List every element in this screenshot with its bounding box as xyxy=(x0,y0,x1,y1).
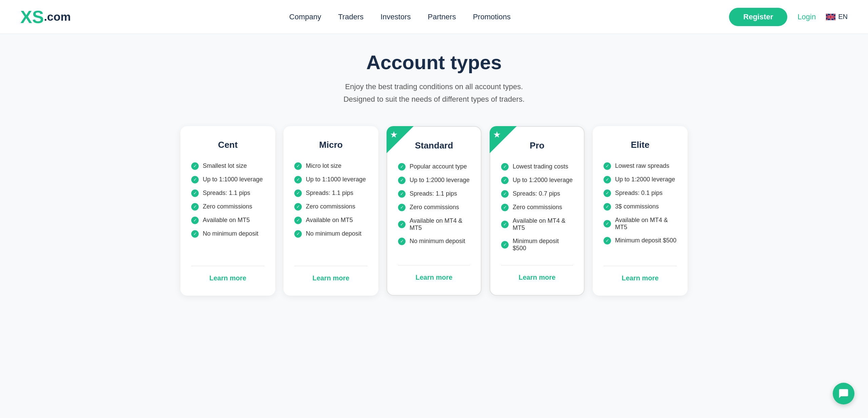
lang-label: EN xyxy=(838,13,848,21)
list-item: ✓ Spreads: 1.1 pips xyxy=(294,190,368,197)
list-item: ✓ Lowest raw spreads xyxy=(604,162,677,170)
check-icon: ✓ xyxy=(501,241,509,248)
learn-more-standard[interactable]: Learn more xyxy=(398,274,470,281)
card-standard-features: ✓ Popular account type ✓ Up to 1:2000 le… xyxy=(398,163,470,254)
page-title: Account types xyxy=(20,51,848,74)
nav-promotions[interactable]: Promotions xyxy=(473,13,511,21)
card-standard: ★ Standard ✓ Popular account type ✓ Up t… xyxy=(387,126,481,296)
check-icon: ✓ xyxy=(294,176,302,183)
check-icon: ✓ xyxy=(398,190,406,198)
header-right: Register Login EN xyxy=(729,8,848,26)
check-icon: ✓ xyxy=(294,162,302,170)
list-item: ✓ Zero commissions xyxy=(294,203,368,211)
card-elite-title: Elite xyxy=(604,140,677,150)
list-item: ✓ 3$ commissions xyxy=(604,203,677,211)
check-icon: ✓ xyxy=(294,190,302,197)
check-icon: ✓ xyxy=(191,162,199,170)
card-elite: Elite ✓ Lowest raw spreads ✓ Up to 1:200… xyxy=(593,126,688,296)
check-icon: ✓ xyxy=(294,203,302,211)
check-icon: ✓ xyxy=(398,238,406,245)
learn-more-pro[interactable]: Learn more xyxy=(501,274,573,281)
card-micro-features: ✓ Micro lot size ✓ Up to 1:1000 leverage… xyxy=(294,162,368,255)
check-icon: ✓ xyxy=(604,237,611,244)
card-cent-title: Cent xyxy=(191,140,264,150)
list-item: ✓ Minimum deposit $500 xyxy=(501,238,573,252)
check-icon: ✓ xyxy=(398,177,406,184)
check-icon: ✓ xyxy=(501,190,509,198)
check-icon: ✓ xyxy=(191,176,199,183)
list-item: ✓ Minimum deposit $500 xyxy=(604,237,677,244)
card-pro: ★ Pro ✓ Lowest trading costs ✓ Up to 1:2… xyxy=(490,126,585,296)
check-icon: ✓ xyxy=(398,163,406,171)
card-pro-features: ✓ Lowest trading costs ✓ Up to 1:2000 le… xyxy=(501,163,573,254)
list-item: ✓ Lowest trading costs xyxy=(501,163,573,171)
card-divider xyxy=(191,266,264,266)
check-icon: ✓ xyxy=(501,221,509,228)
check-icon: ✓ xyxy=(604,190,611,197)
card-divider xyxy=(501,265,573,265)
check-icon: ✓ xyxy=(604,220,611,227)
card-micro-title: Micro xyxy=(294,140,368,150)
list-item: ✓ Spreads: 1.1 pips xyxy=(191,190,264,197)
check-icon: ✓ xyxy=(191,217,199,224)
list-item: ✓ Spreads: 0.7 pips xyxy=(501,190,573,198)
list-item: ✓ Available on MT4 & MT5 xyxy=(398,217,470,232)
list-item: ✓ Available on MT5 xyxy=(294,217,368,224)
card-micro: Micro ✓ Micro lot size ✓ Up to 1:1000 le… xyxy=(283,126,378,296)
list-item: ✓ Available on MT4 & MT5 xyxy=(501,217,573,232)
check-icon: ✓ xyxy=(294,230,302,238)
card-cent-features: ✓ Smallest lot size ✓ Up to 1:1000 lever… xyxy=(191,162,264,255)
list-item: ✓ Available on MT4 & MT5 xyxy=(604,217,677,231)
nav-company[interactable]: Company xyxy=(289,13,321,21)
main-content: Account types Enjoy the best trading con… xyxy=(0,34,868,323)
page-subtitle: Enjoy the best trading conditions on all… xyxy=(20,80,848,106)
list-item: ✓ Smallest lot size xyxy=(191,162,264,170)
check-icon: ✓ xyxy=(398,221,406,228)
list-item: ✓ Available on MT5 xyxy=(191,217,264,224)
logo-xs: XS xyxy=(20,8,44,26)
list-item: ✓ Up to 1:2000 leverage xyxy=(398,177,470,184)
card-divider xyxy=(604,266,677,266)
check-icon: ✓ xyxy=(501,204,509,211)
logo[interactable]: XS .com xyxy=(20,8,71,26)
check-icon: ✓ xyxy=(501,177,509,184)
list-item: ✓ No minimum deposit xyxy=(191,230,264,238)
list-item: ✓ Up to 1:1000 leverage xyxy=(294,176,368,183)
check-icon: ✓ xyxy=(604,203,611,211)
check-icon: ✓ xyxy=(604,162,611,170)
account-cards-container: Cent ✓ Smallest lot size ✓ Up to 1:1000 … xyxy=(20,126,848,296)
list-item: ✓ Zero commissions xyxy=(501,204,573,211)
star-icon: ★ xyxy=(390,130,398,140)
learn-more-cent[interactable]: Learn more xyxy=(191,274,264,282)
list-item: ✓ Zero commissions xyxy=(191,203,264,211)
logo-dot-com: .com xyxy=(44,10,71,23)
featured-badge-pro: ★ xyxy=(490,126,517,153)
check-icon: ✓ xyxy=(398,204,406,211)
check-icon: ✓ xyxy=(294,217,302,224)
star-icon: ★ xyxy=(493,130,501,140)
learn-more-micro[interactable]: Learn more xyxy=(294,274,368,282)
card-cent: Cent ✓ Smallest lot size ✓ Up to 1:1000 … xyxy=(180,126,275,296)
card-divider xyxy=(398,265,470,265)
list-item: ✓ No minimum deposit xyxy=(294,230,368,238)
nav-partners[interactable]: Partners xyxy=(428,13,456,21)
list-item: ✓ Spreads: 0.1 pips xyxy=(604,190,677,197)
nav-traders[interactable]: Traders xyxy=(338,13,363,21)
register-button[interactable]: Register xyxy=(729,8,787,26)
featured-badge-standard: ★ xyxy=(387,126,414,153)
list-item: ✓ No minimum deposit xyxy=(398,238,470,245)
check-icon: ✓ xyxy=(191,230,199,238)
check-icon: ✓ xyxy=(191,190,199,197)
check-icon: ✓ xyxy=(501,163,509,171)
site-header: XS .com Company Traders Investors Partne… xyxy=(0,0,868,34)
learn-more-elite[interactable]: Learn more xyxy=(604,274,677,282)
login-link[interactable]: Login xyxy=(797,13,816,21)
nav-investors[interactable]: Investors xyxy=(380,13,411,21)
list-item: ✓ Micro lot size xyxy=(294,162,368,170)
list-item: ✓ Popular account type xyxy=(398,163,470,171)
list-item: ✓ Up to 1:2000 leverage xyxy=(501,177,573,184)
check-icon: ✓ xyxy=(191,203,199,211)
card-divider xyxy=(294,266,368,266)
language-selector[interactable]: EN xyxy=(826,13,848,21)
flag-icon xyxy=(826,14,835,20)
